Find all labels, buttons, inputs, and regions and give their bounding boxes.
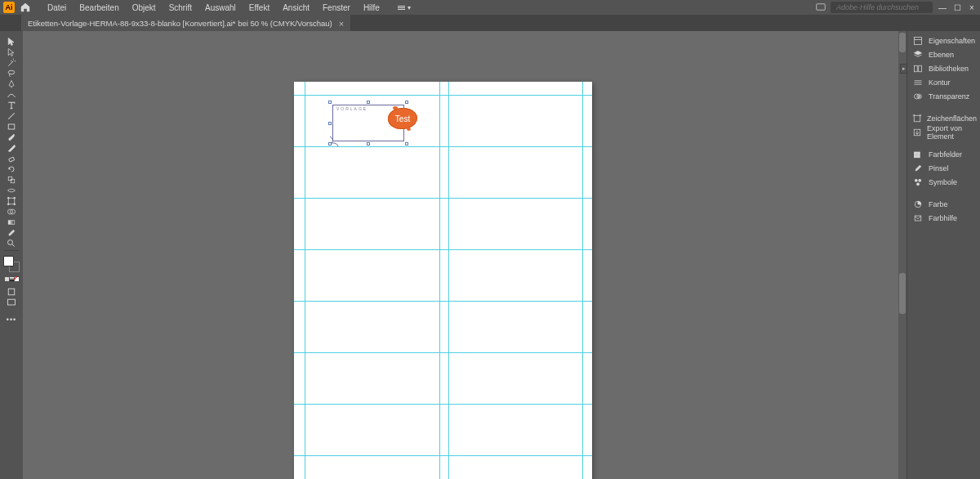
svg-point-37 xyxy=(919,179,921,181)
toolbar: ••• xyxy=(0,31,23,479)
type-tool[interactable] xyxy=(3,100,20,110)
brushes-icon xyxy=(912,163,924,173)
paintbrush-tool[interactable] xyxy=(3,132,20,142)
menu-datei[interactable]: Datei xyxy=(41,2,73,14)
right-panels: Eigenschaften Ebenen Bibliotheken Kontur… xyxy=(906,31,980,479)
svg-rect-9 xyxy=(8,198,15,204)
eraser-tool[interactable] xyxy=(3,153,20,163)
scrollbar-thumb[interactable] xyxy=(899,33,906,52)
shaper-tool[interactable] xyxy=(3,142,20,153)
scrollbar-thumb[interactable] xyxy=(899,273,906,314)
svg-rect-30 xyxy=(914,115,920,122)
speech-bubble[interactable]: Test xyxy=(388,108,417,129)
shape-builder-tool[interactable] xyxy=(3,206,20,217)
panel-kontur[interactable]: Kontur xyxy=(907,75,980,89)
screen-mode[interactable] xyxy=(3,297,20,307)
eyedropper-tool[interactable] xyxy=(3,227,20,238)
guide-horizontal xyxy=(294,455,592,456)
panel-zeichenflaechen[interactable]: Zeichenflächen xyxy=(907,111,980,125)
panel-eigenschaften[interactable]: Eigenschaften xyxy=(907,34,980,47)
drawing-mode[interactable] xyxy=(3,286,20,297)
help-search-input[interactable] xyxy=(836,3,929,11)
help-search[interactable] xyxy=(831,2,933,13)
swatches-icon xyxy=(912,150,924,159)
svg-rect-21 xyxy=(914,37,921,44)
svg-line-18 xyxy=(12,244,15,246)
rotate-tool[interactable] xyxy=(3,163,20,174)
rectangle-tool[interactable] xyxy=(3,121,20,132)
free-transform-tool[interactable] xyxy=(3,195,20,206)
magic-wand-tool[interactable] xyxy=(3,57,20,68)
panel-symbole[interactable]: Symbole xyxy=(907,175,980,189)
curvature-tool[interactable] xyxy=(3,89,20,100)
window-minimize[interactable]: — xyxy=(938,2,947,12)
guide-vertical xyxy=(305,82,305,479)
guide-vertical xyxy=(448,82,449,479)
svg-rect-16 xyxy=(8,220,15,224)
width-tool[interactable] xyxy=(3,185,20,195)
lasso-tool[interactable] xyxy=(3,68,20,78)
home-icon[interactable] xyxy=(20,2,31,13)
panel-label: Zeichenflächen xyxy=(927,114,977,123)
svg-point-11 xyxy=(14,197,16,199)
svg-point-12 xyxy=(7,203,9,204)
canvas[interactable]: VORLAGE Test xyxy=(23,31,906,479)
panel-farbfelder[interactable]: Farbfelder xyxy=(907,147,980,161)
document-tab[interactable]: Etiketten-Vorlage-HERMA-88-9x33-8-blanko… xyxy=(21,15,350,31)
svg-point-3 xyxy=(8,70,15,74)
svg-rect-35 xyxy=(917,154,920,157)
fill-stroke-swatches[interactable] xyxy=(3,256,20,272)
svg-point-13 xyxy=(14,203,16,204)
panel-ebenen[interactable]: Ebenen xyxy=(907,47,980,61)
properties-icon xyxy=(912,36,924,46)
menu-fenster[interactable]: Fenster xyxy=(316,2,357,14)
panel-export[interactable]: Export von Element xyxy=(907,125,980,139)
panel-label: Kontur xyxy=(929,78,951,87)
scale-tool[interactable] xyxy=(3,174,20,185)
svg-rect-7 xyxy=(8,177,12,181)
panel-label: Bibliotheken xyxy=(929,65,969,73)
svg-rect-32 xyxy=(915,152,917,154)
edit-toolbar[interactable]: ••• xyxy=(7,316,16,324)
panel-bibliotheken[interactable]: Bibliotheken xyxy=(907,61,980,75)
menu-bearbeiten[interactable]: Bearbeiten xyxy=(73,2,125,14)
panel-transparenz[interactable]: Transparenz xyxy=(907,89,980,103)
panel-label: Farbe xyxy=(929,200,948,208)
menu-ansicht[interactable]: Ansicht xyxy=(276,2,316,14)
line-tool[interactable] xyxy=(3,110,20,121)
svg-rect-20 xyxy=(8,299,16,305)
panel-label: Farbhilfe xyxy=(929,214,957,222)
svg-line-4 xyxy=(8,113,15,119)
zoom-tool[interactable] xyxy=(3,238,20,248)
app-icon: Ai xyxy=(3,2,15,13)
svg-point-38 xyxy=(917,182,920,185)
window-close[interactable]: × xyxy=(967,2,977,12)
color-mode-row[interactable] xyxy=(5,277,19,281)
window-maximize[interactable]: ☐ xyxy=(952,2,962,12)
guide-horizontal xyxy=(294,198,592,199)
menu-hilfe[interactable]: Hilfe xyxy=(357,2,386,14)
guide-horizontal xyxy=(294,404,592,405)
svg-rect-6 xyxy=(9,157,15,162)
menu-effekt[interactable]: Effekt xyxy=(243,2,276,14)
tab-bar: Etiketten-Vorlage-HERMA-88-9x33-8-blanko… xyxy=(0,15,980,31)
menu-schrift[interactable]: Schrift xyxy=(163,2,198,14)
gradient-tool[interactable] xyxy=(3,217,20,227)
direct-selection-tool[interactable] xyxy=(3,47,20,57)
vertical-scrollbar[interactable] xyxy=(898,31,906,479)
cloud-icon[interactable] xyxy=(816,2,826,12)
pen-tool[interactable] xyxy=(3,78,20,89)
layers-icon xyxy=(912,50,924,60)
libraries-icon xyxy=(912,64,924,74)
panel-pinsel[interactable]: Pinsel xyxy=(907,161,980,175)
panel-collapse-icon[interactable]: ▸ xyxy=(900,64,906,74)
menu-auswahl[interactable]: Auswahl xyxy=(198,2,243,14)
bubble-text: Test xyxy=(395,114,410,123)
workspace-switcher[interactable]: ▾ xyxy=(394,3,414,12)
panel-farbhilfe[interactable]: Farbhilfe xyxy=(907,211,980,225)
panel-farbe[interactable]: Farbe xyxy=(907,197,980,211)
panel-label: Symbole xyxy=(929,178,957,186)
tab-close-icon[interactable]: × xyxy=(339,19,344,29)
selection-tool[interactable] xyxy=(3,36,20,47)
menu-objekt[interactable]: Objekt xyxy=(126,2,163,14)
